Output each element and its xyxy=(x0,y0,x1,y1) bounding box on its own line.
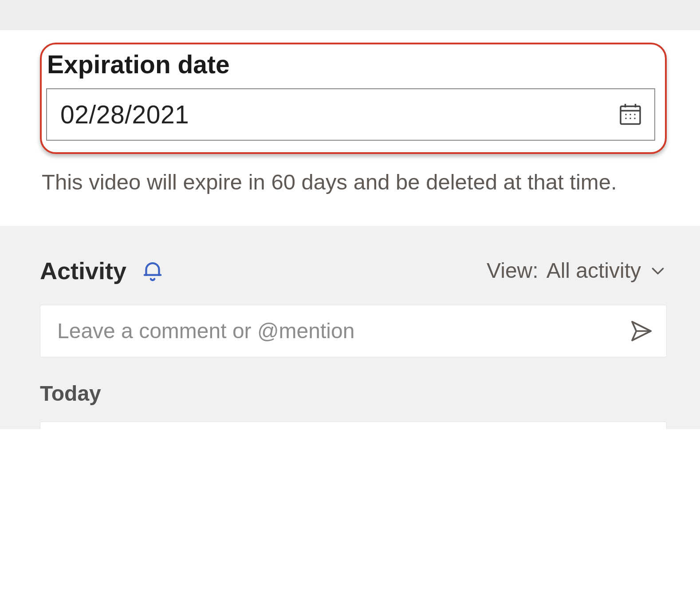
send-icon[interactable] xyxy=(629,319,654,343)
bell-icon[interactable] xyxy=(140,258,165,284)
activity-header: Activity View: All activity xyxy=(40,257,667,284)
activity-view-filter[interactable]: View: All activity xyxy=(487,258,667,283)
comment-box[interactable] xyxy=(40,305,667,357)
section-gap xyxy=(0,205,700,226)
expiration-helper-text: This video will expire in 60 days and be… xyxy=(40,154,667,197)
activity-title: Activity xyxy=(40,257,126,284)
svg-point-4 xyxy=(625,114,627,115)
view-filter-value: All activity xyxy=(547,258,641,283)
chevron-down-icon xyxy=(649,262,667,280)
expiration-date-field[interactable]: 02/28/2021 xyxy=(46,88,655,141)
comment-input[interactable] xyxy=(56,318,629,343)
expiration-callout: Expiration date 02/28/2021 xyxy=(40,43,667,154)
svg-point-9 xyxy=(634,118,636,119)
view-filter-prefix: View: xyxy=(487,258,539,283)
svg-point-7 xyxy=(625,118,627,119)
calendar-icon[interactable] xyxy=(617,101,644,128)
expiration-label: Expiration date xyxy=(46,49,655,88)
svg-point-8 xyxy=(629,118,631,119)
svg-point-5 xyxy=(629,114,631,115)
top-gray-band xyxy=(0,0,700,30)
activity-panel: Activity View: All activity xyxy=(0,226,700,429)
activity-entry xyxy=(40,422,667,429)
expiration-section: Expiration date 02/28/2021 This vid xyxy=(0,30,700,205)
svg-point-6 xyxy=(634,114,636,115)
expiration-date-value: 02/28/2021 xyxy=(60,100,617,129)
activity-today-label: Today xyxy=(40,381,667,406)
